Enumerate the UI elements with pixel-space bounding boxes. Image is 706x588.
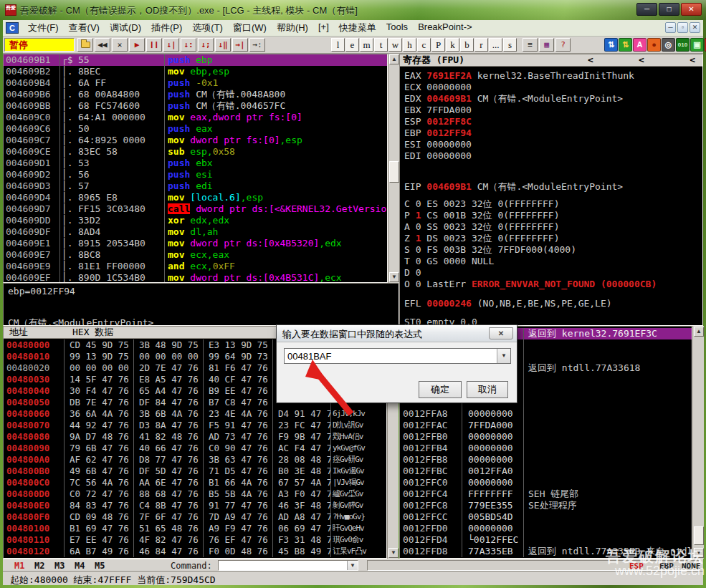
disasm-row[interactable]: 004609C0│.64:A1 000000mov eax,dword ptr … xyxy=(4,112,387,123)
dump-row[interactable]: 004800809A D7 48 7641 82 48 76AD 73 47 7… xyxy=(4,431,386,443)
stack-row[interactable]: 0012FFA800000000 xyxy=(400,408,692,420)
window-letter-button-dots[interactable]: ... xyxy=(489,38,502,52)
disasm-row[interactable]: 004609D3│.57push edi xyxy=(4,180,387,192)
disasm-row[interactable]: 004609C7│.64:8925 0000mov dword ptr fs:[… xyxy=(4,135,387,146)
window-letter-button-P[interactable]: P xyxy=(431,38,445,52)
window-letter-button-e[interactable]: e xyxy=(345,38,359,52)
window-letter-button-m[interactable]: m xyxy=(360,38,373,52)
dump-row[interactable]: 004800C07C 56 4A 76AA 6E 47 76B1 66 4A 7… xyxy=(4,477,386,488)
dump-row[interactable]: 00480110E7 EE 47 764F 82 47 7676 EF 47 7… xyxy=(4,534,386,546)
disasm-row[interactable]: 004609D1│.53push ebx xyxy=(4,158,387,169)
dump-row[interactable]: 00480100B1 69 47 7651 65 48 76A9 F9 47 7… xyxy=(4,523,386,534)
scroll-up-icon[interactable]: ▲ xyxy=(694,327,704,337)
patches-button[interactable]: ▦ xyxy=(539,38,554,52)
stack-row[interactable]: 0012FFC8779EE355SE处理程序 xyxy=(400,500,692,511)
stack-row[interactable]: 0012FFB000000000 xyxy=(400,431,692,443)
disasm-row[interactable]: 004609B2│.8BECmov ebp,esp xyxy=(4,66,387,77)
dialog-close-icon[interactable]: ✕ xyxy=(489,327,513,339)
dump-row[interactable]: 004801206A B7 49 7646 84 47 76F0 0D 48 7… xyxy=(4,546,386,557)
menu-item-5[interactable]: 选项(T) xyxy=(187,20,228,36)
dump-row[interactable]: 0048006036 6A 4A 763B 6B 4A 7623 4E 4A 7… xyxy=(4,408,386,420)
window-letter-button-c[interactable]: c xyxy=(417,38,431,52)
pause-button[interactable]: ❙❙ xyxy=(146,38,162,52)
mdi-close-button[interactable]: ✕ xyxy=(690,22,700,33)
registers-pane[interactable]: 寄存器 (FPU) <<< EAX 7691EF2A kernel32.Base… xyxy=(399,54,703,326)
dump-row[interactable]: 004800B049 6B 47 76DF 5D 47 7671 D5 47 7… xyxy=(4,466,386,477)
dump-row[interactable]: 004800D0C0 72 47 7688 68 47 76B5 5B 4A 7… xyxy=(4,488,386,500)
dump-row[interactable]: 004800F0CD 09 48 767F 6F 47 767D A9 47 7… xyxy=(4,511,386,523)
chevron-down-icon[interactable]: ▼ xyxy=(497,349,510,363)
window-letter-button-t[interactable]: t xyxy=(374,38,388,52)
memory-tab-m5[interactable]: M5 xyxy=(95,561,105,571)
maximize-button[interactable]: □ xyxy=(659,3,679,16)
disasm-row[interactable]: 004609B6│.68 00A84800push CM（有错.0048A800 xyxy=(4,89,387,100)
ok-button[interactable]: 确定 xyxy=(419,381,462,398)
open-file-button[interactable] xyxy=(77,38,93,52)
scroll-down-icon[interactable]: ▼ xyxy=(694,548,704,558)
scroll-down-icon[interactable]: ▼ xyxy=(389,272,399,282)
assembler-icon[interactable]: A xyxy=(633,38,647,52)
title-bar[interactable]: 吾爱 吾爱破解 - CM（有错误提示，OD搜不到）.exe - [LCG - 主… xyxy=(0,0,706,20)
menu-item-2[interactable]: 查看(V) xyxy=(64,20,105,36)
disasm-row[interactable]: 004609DF│.8AD4mov dl,ah xyxy=(4,226,387,238)
close-button[interactable]: ✕ xyxy=(681,3,702,16)
disasm-row[interactable]: 004609DD│.33D2xor edx,edx xyxy=(4,215,387,226)
stack-row[interactable]: 0012FFD000000000 xyxy=(400,523,692,534)
stack-row[interactable]: 0012FFC4FFFFFFFFSEH 链尾部 xyxy=(400,488,692,500)
register-panel-toggle-2[interactable]: < xyxy=(639,54,644,66)
stack-row[interactable]: 0012FFD4└0012FFEC xyxy=(400,534,692,546)
stack-row[interactable]: 0012FFCC005BD54D xyxy=(400,511,692,523)
help-button[interactable]: ? xyxy=(555,38,571,52)
disasm-row[interactable]: 004609B1┌$55push ebp xyxy=(4,54,387,66)
disasm-row[interactable]: 004609D7│.FF15 3C03480call dword ptr ds:… xyxy=(4,203,387,215)
window-letter-button-l[interactable]: l xyxy=(331,38,345,52)
stack-row[interactable]: 0012FFB800000000 xyxy=(400,454,692,466)
cancel-button[interactable]: 取消 xyxy=(467,381,508,398)
trace-over-button[interactable]: ↓‖ xyxy=(215,38,231,52)
disassembly-scrollbar[interactable]: ▲ ▼ xyxy=(388,54,399,283)
disasm-row[interactable]: 004609E1│.8915 20534B0mov dword ptr ds:[… xyxy=(4,238,387,249)
step-over-button[interactable]: ↓: xyxy=(181,38,196,52)
mdi-restore-button[interactable]: ▫ xyxy=(677,22,688,33)
cpu-window-icon[interactable]: C xyxy=(6,22,19,34)
disasm-row[interactable]: 004609B4│.6A FFpush -0x1 xyxy=(4,77,387,89)
dialog-title-bar[interactable]: 输入要在数据窗口中跟随的表达式 ✕ xyxy=(277,325,517,342)
stack-row[interactable]: 0012FFB400000000 xyxy=(400,443,692,454)
disasm-row[interactable]: 004609EF│.890D 1C534B0mov dword ptr ds:[… xyxy=(4,272,387,283)
disasm-row[interactable]: 004609D2│.56push esi xyxy=(4,169,387,180)
minimize-button[interactable]: ─ xyxy=(636,3,657,16)
scroll-down-icon[interactable]: ▼ xyxy=(388,548,399,558)
expression-input[interactable]: 00481BAF ▼ xyxy=(284,348,511,364)
menu-item-8[interactable]: [+] xyxy=(313,20,334,36)
command-input[interactable]: ▼ xyxy=(218,560,358,571)
menu-item-7[interactable]: 帮助(H) xyxy=(272,20,313,36)
record-icon[interactable]: ● xyxy=(647,38,661,52)
target-icon[interactable]: ◎ xyxy=(662,38,675,52)
stack-row[interactable]: 0012FFBC0012FFA0 xyxy=(400,466,692,477)
sync-green-icon[interactable]: ⇅ xyxy=(619,38,632,52)
binary-icon[interactable]: 010 xyxy=(676,38,690,52)
register-panel-toggle-3[interactable]: < xyxy=(690,54,695,66)
disassembly-pane[interactable]: 004609B1┌$55push ebp004609B2│.8BECmov eb… xyxy=(3,54,388,283)
window-letter-button-h[interactable]: h xyxy=(403,38,416,52)
dump-row[interactable]: 004800E084 83 47 76C4 8B 47 7691 77 47 7… xyxy=(4,500,386,511)
scroll-thumb[interactable] xyxy=(694,526,704,545)
disasm-row[interactable]: 004609D4│.8965 E8mov [local.6],esp xyxy=(4,192,387,203)
scroll-thumb[interactable] xyxy=(389,161,399,183)
window-letter-button-k[interactable]: k xyxy=(446,38,459,52)
menu-item-3[interactable]: 调试(D) xyxy=(105,20,146,36)
stack-row[interactable]: 0012FFD877A335EB返回到 ntdll.77A335EB 来自 nt… xyxy=(400,546,692,557)
window-letter-button-w[interactable]: w xyxy=(388,38,402,52)
run-button[interactable]: ▶ xyxy=(129,38,145,52)
memory-tab-m2[interactable]: M2 xyxy=(34,561,44,571)
menu-item-10[interactable]: Tools xyxy=(381,20,413,36)
dump-row[interactable]: 0048009079 6B 47 7640 66 47 76C0 90 47 7… xyxy=(4,443,386,454)
menu-item-11[interactable]: BreakPoint-> xyxy=(413,20,477,36)
step-into-button[interactable]: ↓| xyxy=(163,38,179,52)
trace-into-button[interactable]: ↓; xyxy=(198,38,214,52)
chevron-down-icon[interactable]: ▼ xyxy=(347,561,358,570)
register-panel-toggle-1[interactable]: < xyxy=(588,54,593,66)
stack-row[interactable]: 0012FFC000000000 xyxy=(400,477,692,488)
menu-item-6[interactable]: 窗口(W) xyxy=(228,20,272,36)
menu-item-4[interactable]: 插件(P) xyxy=(146,20,187,36)
